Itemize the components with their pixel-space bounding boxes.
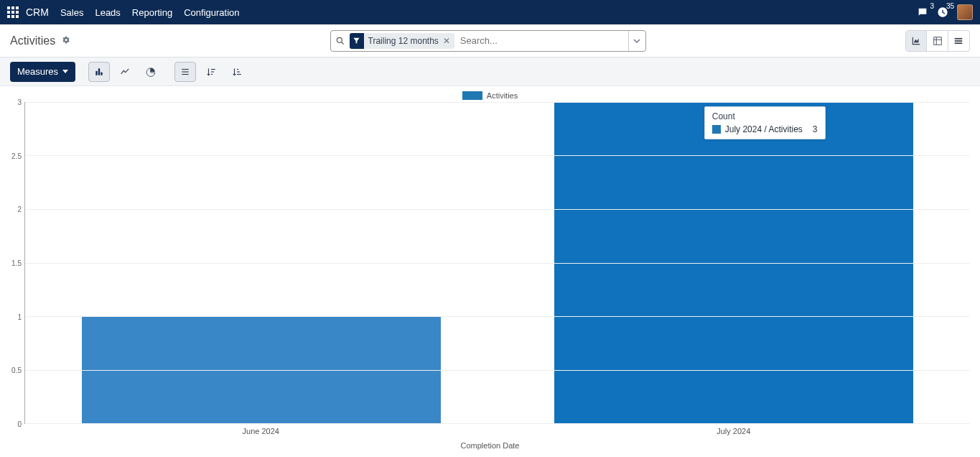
chart-area: Activities 00.511.522.53 June 2024July 2… xyxy=(0,86,980,457)
svg-rect-2 xyxy=(933,37,941,45)
page-title: Activities xyxy=(10,34,55,47)
gear-icon[interactable] xyxy=(61,35,70,47)
legend-swatch xyxy=(462,91,482,100)
x-tick: June 2024 xyxy=(24,424,498,440)
y-tick: 0.5 xyxy=(11,366,22,374)
y-tick: 2.5 xyxy=(11,152,22,160)
view-pivot-icon[interactable] xyxy=(927,31,948,51)
clock-icon[interactable]: 35 xyxy=(937,6,948,18)
svg-point-0 xyxy=(337,37,342,42)
chat-badge: 3 xyxy=(930,2,934,10)
plot xyxy=(24,102,970,424)
nav-item-reporting[interactable]: Reporting xyxy=(132,7,172,18)
svg-rect-9 xyxy=(98,68,100,75)
filter-icon xyxy=(350,33,364,49)
search-icon[interactable] xyxy=(331,36,350,46)
measures-label: Measures xyxy=(17,66,58,77)
chart-tooltip: Count July 2024 / Activities 3 xyxy=(704,106,826,139)
tooltip-label: July 2024 / Activities xyxy=(725,124,803,134)
caret-down-icon xyxy=(62,70,68,73)
chart-legend: Activities xyxy=(6,89,974,102)
svg-rect-10 xyxy=(101,72,102,75)
apps-icon[interactable] xyxy=(7,6,19,18)
y-tick: 0 xyxy=(17,420,22,428)
y-axis: 00.511.522.53 xyxy=(6,102,24,424)
y-tick: 2 xyxy=(17,206,22,213)
view-list-icon[interactable] xyxy=(948,31,969,51)
x-axis-labels: June 2024July 2024 xyxy=(24,424,970,440)
chart-bar-icon[interactable] xyxy=(88,62,110,82)
filter-remove-icon[interactable]: ✕ xyxy=(442,36,452,46)
x-axis-title: Completion Date xyxy=(6,440,974,451)
svg-rect-7 xyxy=(955,42,963,44)
view-switch xyxy=(905,30,970,52)
nav-item-leads[interactable]: Leads xyxy=(95,7,120,18)
graph-toolbar: Measures xyxy=(0,57,980,86)
y-tick: 1.5 xyxy=(11,259,22,267)
chart-stacked-icon[interactable] xyxy=(174,62,196,82)
svg-line-1 xyxy=(341,42,343,44)
filter-label: Trailing 12 months xyxy=(368,36,439,46)
chart-line-icon[interactable] xyxy=(114,62,136,82)
clock-badge: 35 xyxy=(946,2,954,10)
svg-rect-6 xyxy=(955,40,963,42)
sort-desc-icon[interactable] xyxy=(200,62,222,82)
top-nav: CRM Sales Leads Reporting Configuration … xyxy=(0,0,980,24)
svg-rect-5 xyxy=(955,37,963,39)
tooltip-value: 3 xyxy=(813,124,818,134)
chart-pie-icon[interactable] xyxy=(140,62,162,82)
view-graph-icon[interactable] xyxy=(906,31,927,51)
svg-rect-8 xyxy=(95,70,97,75)
tooltip-title: Count xyxy=(712,111,818,121)
search-box: Trailing 12 months ✕ xyxy=(330,30,646,52)
control-row: Activities Trailing 12 months ✕ xyxy=(0,24,980,57)
nav-item-sales[interactable]: Sales xyxy=(60,7,84,18)
sort-asc-icon[interactable] xyxy=(226,62,248,82)
measures-button[interactable]: Measures xyxy=(10,62,75,82)
legend-label: Activities xyxy=(487,91,518,100)
tooltip-swatch xyxy=(712,125,721,134)
filter-chip: Trailing 12 months ✕ xyxy=(350,33,454,49)
chat-icon[interactable]: 3 xyxy=(917,6,928,18)
search-dropdown-icon[interactable] xyxy=(628,31,645,51)
nav-brand[interactable]: CRM xyxy=(26,6,49,18)
search-input[interactable] xyxy=(459,34,628,47)
x-tick: July 2024 xyxy=(498,424,971,440)
avatar[interactable] xyxy=(957,4,973,20)
y-tick: 3 xyxy=(17,98,22,106)
nav-item-configuration[interactable]: Configuration xyxy=(184,7,239,18)
y-tick: 1 xyxy=(17,313,22,320)
